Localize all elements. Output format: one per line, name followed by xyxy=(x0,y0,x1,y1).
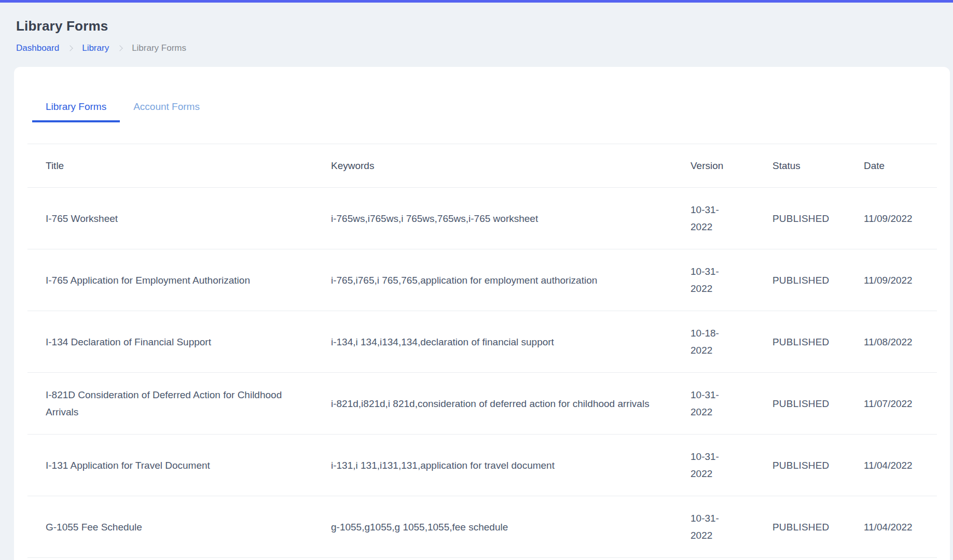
cell-date: 11/04/2022 xyxy=(846,496,937,558)
table-body: I-765 Worksheet i-765ws,i765ws,i 765ws,7… xyxy=(27,188,937,558)
version-text: 10-31-2022 xyxy=(690,510,728,544)
cell-title: I-765 Application for Employment Authori… xyxy=(27,249,313,311)
table-row[interactable]: I-134 Declaration of Financial Support i… xyxy=(27,311,937,373)
cell-title: I-134 Declaration of Financial Support xyxy=(27,311,313,373)
cell-date: 11/04/2022 xyxy=(846,435,937,496)
table-row[interactable]: G-1055 Fee Schedule g-1055,g1055,g 1055,… xyxy=(27,496,937,558)
version-text: 10-18-2022 xyxy=(690,325,728,359)
version-text: 10-31-2022 xyxy=(690,201,728,235)
cell-version: 10-31-2022 xyxy=(672,496,754,558)
cell-title: G-1055 Fee Schedule xyxy=(27,496,313,558)
cell-title: I-131 Application for Travel Document xyxy=(27,435,313,496)
cell-version: 10-18-2022 xyxy=(672,311,754,373)
cell-title: I-821D Consideration of Deferred Action … xyxy=(27,373,313,435)
column-header-keywords: Keywords xyxy=(313,144,672,188)
page-title: Library Forms xyxy=(16,17,953,35)
breadcrumb-link-dashboard[interactable]: Dashboard xyxy=(16,42,59,54)
cell-date: 11/09/2022 xyxy=(846,188,937,249)
version-text: 10-31-2022 xyxy=(690,263,728,297)
cell-keywords: i-765,i765,i 765,765,application for emp… xyxy=(313,249,672,311)
tab-account-forms[interactable]: Account Forms xyxy=(120,101,213,122)
breadcrumb: Dashboard Library Library Forms xyxy=(16,42,953,54)
cell-version: 10-31-2022 xyxy=(672,249,754,311)
chevron-right-icon xyxy=(117,45,122,51)
cell-keywords: i-131,i 131,i131,131,application for tra… xyxy=(313,435,672,496)
breadcrumb-link-library[interactable]: Library xyxy=(82,42,109,54)
table-row[interactable]: I-765 Worksheet i-765ws,i765ws,i 765ws,7… xyxy=(27,188,937,249)
breadcrumb-current: Library Forms xyxy=(132,42,186,54)
version-text: 10-31-2022 xyxy=(690,386,728,421)
page-header: Library Forms Dashboard Library Library … xyxy=(0,3,953,54)
cell-date: 11/09/2022 xyxy=(846,249,937,311)
table-header-row: Title Keywords Version Status Date xyxy=(27,144,937,188)
cell-keywords: g-1055,g1055,g 1055,1055,fee schedule xyxy=(313,496,672,558)
cell-status: PUBLISHED xyxy=(754,496,846,558)
cell-title: I-765 Worksheet xyxy=(27,188,313,249)
tabs: Library Forms Account Forms xyxy=(32,101,937,122)
table-row[interactable]: I-821D Consideration of Deferred Action … xyxy=(27,373,937,435)
cell-version: 10-31-2022 xyxy=(672,435,754,496)
cell-version: 10-31-2022 xyxy=(672,373,754,435)
column-header-title: Title xyxy=(27,144,313,188)
column-header-date: Date xyxy=(846,144,937,188)
cell-keywords: i-821d,i821d,i 821d,consideration of def… xyxy=(313,373,672,435)
cell-keywords: i-134,i 134,i134,134,declaration of fina… xyxy=(313,311,672,373)
column-header-version: Version xyxy=(672,144,754,188)
tab-library-forms[interactable]: Library Forms xyxy=(32,101,120,122)
table-row[interactable]: I-765 Application for Employment Authori… xyxy=(27,249,937,311)
cell-status: PUBLISHED xyxy=(754,311,846,373)
cell-version: 10-31-2022 xyxy=(672,188,754,249)
version-text: 10-31-2022 xyxy=(690,448,728,482)
content-card: Library Forms Account Forms Title Keywor… xyxy=(14,67,950,560)
cell-status: PUBLISHED xyxy=(754,373,846,435)
cell-keywords: i-765ws,i765ws,i 765ws,765ws,i-765 works… xyxy=(313,188,672,249)
table-row[interactable]: I-131 Application for Travel Document i-… xyxy=(27,435,937,496)
cell-status: PUBLISHED xyxy=(754,188,846,249)
chevron-right-icon xyxy=(67,45,73,51)
cell-status: PUBLISHED xyxy=(754,249,846,311)
cell-status: PUBLISHED xyxy=(754,435,846,496)
forms-table: Title Keywords Version Status Date I-765… xyxy=(27,144,937,558)
cell-date: 11/07/2022 xyxy=(846,373,937,435)
column-header-status: Status xyxy=(754,144,846,188)
cell-date: 11/08/2022 xyxy=(846,311,937,373)
